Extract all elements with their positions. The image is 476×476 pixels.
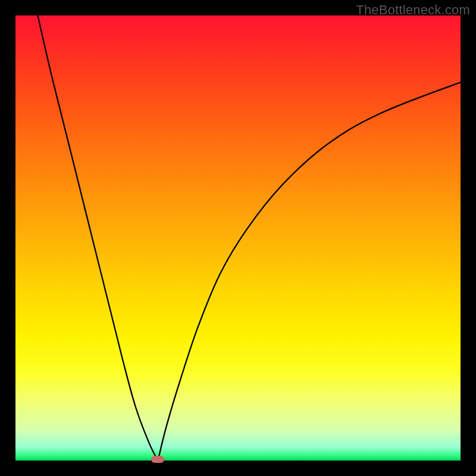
bottleneck-curve (15, 15, 461, 461)
chart-container: TheBottleneck.com (0, 0, 476, 476)
curve-right-branch (158, 82, 461, 461)
curve-left-branch (37, 15, 158, 461)
watermark-text: TheBottleneck.com (356, 2, 470, 18)
plot-area (15, 15, 461, 461)
minimum-marker (151, 456, 164, 463)
